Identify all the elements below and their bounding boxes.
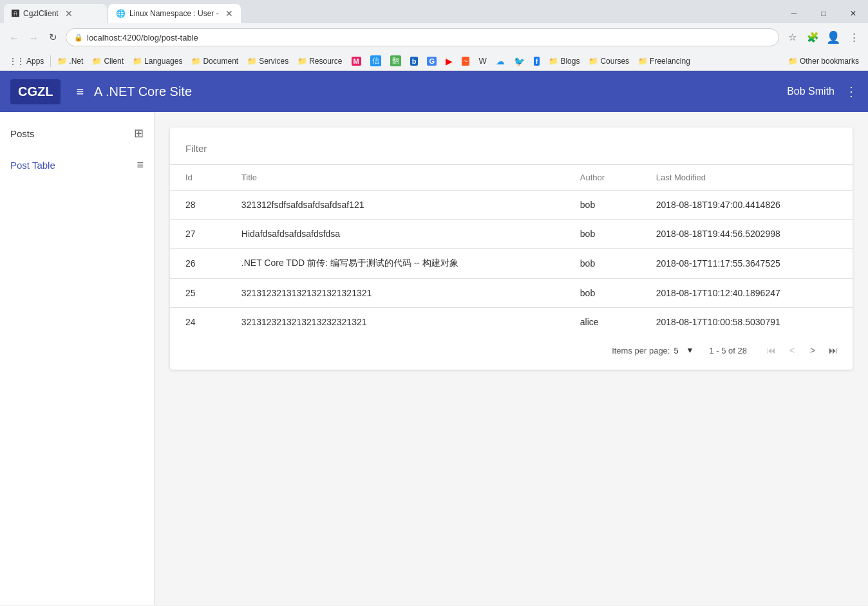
bookmark-client[interactable]: 📁 Client xyxy=(88,55,127,67)
bookmark-translate[interactable]: 翻 xyxy=(386,54,405,68)
bookmark-youtube[interactable]: ▶ xyxy=(442,55,457,68)
bookmark-icon: 翻 xyxy=(390,55,401,66)
table-row: 27 Hidafdsafdsafdsafdsfdsa bob 2018-08-1… xyxy=(170,220,853,249)
cell-id: 24 xyxy=(170,308,226,337)
filter-input[interactable] xyxy=(185,138,837,159)
bookmark-label: Resource xyxy=(309,57,342,66)
table-row: 25 32131232131321321321321321 bob 2018-0… xyxy=(170,279,853,308)
bookmark-icon: G xyxy=(427,57,437,66)
menu-button[interactable]: ⋮ xyxy=(845,28,863,46)
bookmark-icon: ~ xyxy=(462,57,469,66)
sidebar: Posts ⊞ Post Table ≡ xyxy=(0,112,155,605)
bookmark-b[interactable]: b xyxy=(406,55,422,67)
nav-actions: ☆ 🧩 👤 ⋮ xyxy=(783,28,863,46)
sidebar-item-post-table[interactable]: Post Table ≡ xyxy=(0,149,154,181)
bookmark-facebook[interactable]: f xyxy=(530,55,544,67)
bookmark-label: Courses xyxy=(600,57,629,66)
cell-id: 26 xyxy=(170,249,226,279)
bookmark-button[interactable]: ☆ xyxy=(783,28,801,46)
bookmark-icon: W xyxy=(478,56,486,66)
sidebar-post-table-label: Post Table xyxy=(10,160,55,171)
nav-icons: ← → ↻ xyxy=(5,28,62,46)
bookmarks-bar: ⋮⋮ Apps 📁 .Net 📁 Client 📁 Languages 📁 Do… xyxy=(0,52,868,71)
table-row: 26 .NET Core TDD 前传: 编写易于测试的代码 -- 构建对象 b… xyxy=(170,249,853,279)
sidebar-item-posts[interactable]: Posts ⊞ xyxy=(0,117,154,149)
forward-button[interactable]: → xyxy=(24,28,42,46)
bookmark-label: Apps xyxy=(26,57,44,66)
per-page-select[interactable]: 5 10 25 xyxy=(674,346,693,355)
bookmark-icon: 📁 xyxy=(297,57,307,66)
items-per-page-label: Items per page: xyxy=(612,346,670,355)
extensions-button[interactable]: 🧩 xyxy=(804,28,822,46)
more-options-icon[interactable]: ⋮ xyxy=(845,84,858,99)
refresh-button[interactable]: ↻ xyxy=(44,28,62,46)
post-table-icon: ≡ xyxy=(137,158,144,172)
app: CGZL ≡ A .NET Core Site Bob Smith ⋮ Post… xyxy=(0,71,868,605)
browser-tab-linux[interactable]: 🌐 Linux Namespace : User - ✕ xyxy=(108,4,241,23)
bookmark-cloud[interactable]: ☁ xyxy=(492,55,509,68)
bookmark-courses[interactable]: 📁 Courses xyxy=(585,55,633,67)
bookmark-blogs[interactable]: 📁 Blogs xyxy=(545,55,583,67)
cell-title: Hidafdsafdsafdsafdsfdsa xyxy=(226,220,565,249)
cell-title: 321312fsdfsafdsafdsafdsaf121 xyxy=(226,191,565,220)
bookmark-net[interactable]: 📁 .Net xyxy=(53,55,87,67)
address-bar[interactable]: 🔒 localhost:4200/blog/post-table xyxy=(66,28,779,46)
bookmark-m[interactable]: M xyxy=(348,55,365,67)
bookmark-freelancing[interactable]: 📁 Freelancing xyxy=(634,55,694,67)
bookmark-label: .Net xyxy=(69,57,83,66)
account-button[interactable]: 👤 xyxy=(824,28,842,46)
bookmark-label: Document xyxy=(203,57,238,66)
sidebar-posts-label: Posts xyxy=(10,128,35,139)
col-header-title: Title xyxy=(226,165,565,191)
bookmark-icon: f xyxy=(534,57,540,66)
bookmark-tilde[interactable]: ~ xyxy=(458,55,473,67)
bookmark-apps[interactable]: ⋮⋮ Apps xyxy=(5,55,48,67)
bookmark-label: Blogs xyxy=(560,57,580,66)
cell-id: 25 xyxy=(170,279,226,308)
app-title: A .NET Core Site xyxy=(94,84,787,99)
bookmark-resource[interactable]: 📁 Resource xyxy=(294,55,346,67)
table-card: Id Title Author Last Modified 28 321312f… xyxy=(170,128,853,370)
cell-author: bob xyxy=(565,220,641,249)
minimize-button[interactable]: ─ xyxy=(779,4,809,23)
bookmark-twitter[interactable]: 🐦 xyxy=(510,55,529,68)
prev-page-button[interactable]: < xyxy=(783,341,801,359)
bookmark-document[interactable]: 📁 Document xyxy=(187,55,242,67)
bookmark-icon: M xyxy=(352,57,361,66)
cell-author: alice xyxy=(565,308,641,337)
bookmark-icon: 📁 xyxy=(191,57,201,66)
browser-chrome: 🅰 CgzlClient ✕ 🌐 Linux Namespace : User … xyxy=(0,0,868,71)
tab-label: Linux Namespace : User - xyxy=(129,9,219,18)
hamburger-icon[interactable]: ≡ xyxy=(76,84,84,99)
window-controls: ─ □ ✕ xyxy=(779,4,868,23)
next-page-button[interactable]: > xyxy=(804,341,822,359)
bookmark-services[interactable]: 📁 Services xyxy=(243,55,292,67)
browser-tab-cgzlclient[interactable]: 🅰 CgzlClient ✕ xyxy=(4,4,107,23)
bookmark-other[interactable]: 📁 Other bookmarks xyxy=(784,55,863,67)
address-text: localhost:4200/blog/post-table xyxy=(87,33,198,43)
bookmark-icon: ▶ xyxy=(446,56,453,66)
bookmark-icon: b xyxy=(410,57,419,66)
last-page-button[interactable]: ⏭ xyxy=(824,341,842,359)
tab-close-btn[interactable]: ✕ xyxy=(225,8,233,19)
data-table: Id Title Author Last Modified 28 321312f… xyxy=(170,165,853,336)
cell-last-modified: 2018-08-17T11:17:55.3647525 xyxy=(641,249,853,279)
bookmark-languages[interactable]: 📁 Languages xyxy=(129,55,186,67)
bookmark-google[interactable]: G xyxy=(423,55,440,67)
col-header-id: Id xyxy=(170,165,226,191)
bookmark-separator xyxy=(50,55,51,67)
col-header-last-modified: Last Modified xyxy=(641,165,853,191)
filter-row xyxy=(170,138,853,165)
tab-close-btn[interactable]: ✕ xyxy=(65,8,73,19)
close-button[interactable]: ✕ xyxy=(838,4,868,23)
bookmark-info[interactable]: 信 xyxy=(366,54,385,68)
table-row: 24 3213123213213213232321321 alice 2018-… xyxy=(170,308,853,337)
back-button[interactable]: ← xyxy=(5,28,23,46)
bookmark-icon: 📁 xyxy=(133,57,142,66)
cell-author: bob xyxy=(565,249,641,279)
user-name: Bob Smith xyxy=(787,86,835,97)
first-page-button[interactable]: ⏮ xyxy=(762,341,780,359)
maximize-button[interactable]: □ xyxy=(809,4,838,23)
bookmark-label: Client xyxy=(104,57,124,66)
bookmark-wiki[interactable]: W xyxy=(475,55,490,67)
